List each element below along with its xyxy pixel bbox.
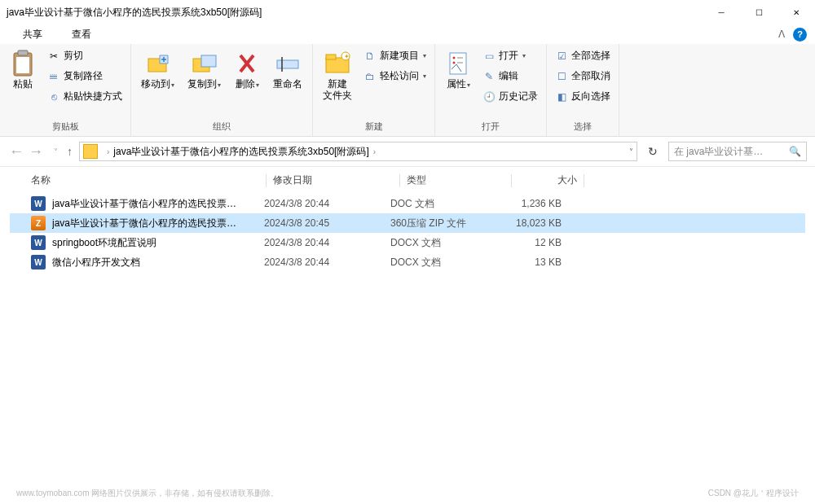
select-all-button[interactable]: ☑全部选择 xyxy=(552,47,614,64)
file-row[interactable]: Wspringboot环境配置说明2024/3/8 20:44DOCX 文档12… xyxy=(10,233,805,252)
file-name: java毕业设计基于微信小程序的选民投票… xyxy=(52,197,264,211)
up-button[interactable]: ↑ xyxy=(67,145,73,158)
tab-share[interactable]: 共享 xyxy=(8,26,57,43)
easy-access-icon: 🗀 xyxy=(363,70,377,83)
cut-button[interactable]: ✂剪切 xyxy=(44,47,126,64)
column-size[interactable]: 大小 xyxy=(557,174,577,186)
recent-dropdown[interactable]: ˅ xyxy=(47,147,64,156)
new-item-button[interactable]: 🗋新建项目▾ xyxy=(360,47,430,64)
file-date: 2024/3/8 20:45 xyxy=(264,217,390,229)
svg-text:✦: ✦ xyxy=(344,53,350,60)
file-type: DOC 文档 xyxy=(390,197,496,211)
search-input[interactable]: 在 java毕业设计基… 🔍 xyxy=(668,142,807,161)
file-size: 18,023 KB xyxy=(496,217,562,229)
select-none-icon: ☐ xyxy=(555,70,568,83)
file-row[interactable]: W微信小程序开发文档2024/3/8 20:44DOCX 文档13 KB xyxy=(10,252,805,272)
window-titlebar: java毕业设计基于微信小程序的选民投票系统3xb50[附源码] ─ ☐ ✕ xyxy=(0,0,815,24)
copy-to-icon xyxy=(192,50,218,77)
open-button[interactable]: ▭打开▾ xyxy=(479,47,541,64)
word-icon: W xyxy=(31,235,46,250)
file-size: 1,236 KB xyxy=(496,198,562,209)
new-folder-button[interactable]: ✦ 新建 文件夹 xyxy=(318,47,357,105)
search-placeholder: 在 java毕业设计基… xyxy=(674,145,763,159)
ribbon-chevron-icon[interactable]: ᐱ xyxy=(778,28,785,40)
move-to-icon xyxy=(145,50,171,77)
zip-icon: Z xyxy=(31,216,46,230)
column-name[interactable]: 名称 xyxy=(31,174,51,186)
file-date: 2024/3/8 20:44 xyxy=(264,237,390,248)
file-size: 13 KB xyxy=(496,256,562,268)
back-button[interactable]: ← xyxy=(8,143,24,160)
shortcut-icon: ⎋ xyxy=(47,90,60,103)
close-button[interactable]: ✕ xyxy=(778,0,815,24)
refresh-button[interactable]: ↻ xyxy=(644,145,662,158)
file-name: springboot环境配置说明 xyxy=(52,236,264,250)
footer-left: www.toymoban.com 网络图片仅供展示，非存储，如有侵权请联系删除。 xyxy=(16,488,279,499)
tab-view[interactable]: 查看 xyxy=(57,26,106,43)
properties-icon xyxy=(445,50,471,77)
svg-rect-12 xyxy=(450,53,466,74)
copy-to-button[interactable]: 复制到▾ xyxy=(183,47,226,93)
edit-button[interactable]: ✎编辑 xyxy=(479,68,541,85)
scissors-icon: ✂ xyxy=(47,50,60,63)
move-to-button[interactable]: 移动到▾ xyxy=(136,47,179,93)
svg-rect-9 xyxy=(326,55,336,59)
file-size: 12 KB xyxy=(496,237,562,248)
delete-button[interactable]: 删除▾ xyxy=(229,47,265,93)
paste-button[interactable]: 粘贴 xyxy=(5,47,41,93)
file-row[interactable]: Zjava毕业设计基于微信小程序的选民投票…2024/3/8 20:45360压… xyxy=(10,213,805,233)
clipboard-icon xyxy=(10,50,36,77)
chevron-right-icon[interactable]: › xyxy=(103,147,113,156)
forward-button[interactable]: → xyxy=(28,143,44,160)
column-headers: 名称 修改日期 类型 大小 xyxy=(0,167,815,191)
delete-icon xyxy=(234,50,260,77)
file-type: DOCX 文档 xyxy=(390,236,496,250)
word-icon: W xyxy=(31,255,46,270)
file-name: 微信小程序开发文档 xyxy=(52,256,264,270)
svg-point-15 xyxy=(453,62,456,64)
svg-point-13 xyxy=(453,57,456,59)
help-icon[interactable]: ? xyxy=(793,28,807,42)
column-date[interactable]: 修改日期 xyxy=(273,174,312,186)
rename-icon xyxy=(275,50,301,77)
history-button[interactable]: 🕘历史记录 xyxy=(479,88,541,105)
select-none-button[interactable]: ☐全部取消 xyxy=(552,68,614,85)
footer-right: CSDN @花儿＇程序设计 xyxy=(708,488,799,499)
invert-selection-button[interactable]: ◧反向选择 xyxy=(552,88,614,105)
file-type: 360压缩 ZIP 文件 xyxy=(390,217,496,230)
paste-shortcut-button[interactable]: ⎋粘贴快捷方式 xyxy=(44,88,126,105)
ribbon-tabs: 共享 查看 ᐱ ? xyxy=(0,24,815,44)
new-item-icon: 🗋 xyxy=(363,50,377,63)
ribbon-group-new: ✦ 新建 文件夹 🗋新建项目▾ 🗀轻松访问▾ 新建 xyxy=(313,44,435,136)
maximize-button[interactable]: ☐ xyxy=(740,0,778,24)
chevron-right-icon[interactable]: › xyxy=(369,147,380,156)
ribbon-group-clipboard: 粘贴 ✂剪切 ⩸复制路径 ⎋粘贴快捷方式 剪贴板 xyxy=(0,44,131,136)
dropdown-icon[interactable]: ˅ xyxy=(629,147,633,156)
copy-path-button[interactable]: ⩸复制路径 xyxy=(44,68,126,85)
properties-button[interactable]: 属性▾ xyxy=(440,47,476,93)
minimize-button[interactable]: ─ xyxy=(703,0,740,24)
file-type: DOCX 文档 xyxy=(390,256,496,270)
file-name: java毕业设计基于微信小程序的选民投票… xyxy=(52,217,264,230)
select-all-icon: ☑ xyxy=(555,50,568,63)
file-date: 2024/3/8 20:44 xyxy=(264,198,390,209)
easy-access-button[interactable]: 🗀轻松访问▾ xyxy=(360,68,430,85)
folder-icon xyxy=(83,144,98,159)
ribbon-group-organize: 移动到▾ 复制到▾ 删除▾ 重命名 组织 xyxy=(131,44,313,136)
file-row[interactable]: Wjava毕业设计基于微信小程序的选民投票…2024/3/8 20:44DOC … xyxy=(10,194,805,213)
history-icon: 🕘 xyxy=(482,90,496,103)
ribbon-group-select: ☑全部选择 ☐全部取消 ◧反向选择 选择 xyxy=(547,44,619,136)
column-type[interactable]: 类型 xyxy=(407,174,426,186)
breadcrumb[interactable]: › java毕业设计基于微信小程序的选民投票系统3xb50[附源码] › ˅ xyxy=(79,142,637,161)
rename-button[interactable]: 重命名 xyxy=(268,47,307,93)
ribbon-group-open: 属性▾ ▭打开▾ ✎编辑 🕘历史记录 打开 xyxy=(435,44,547,136)
edit-icon: ✎ xyxy=(482,70,496,83)
svg-rect-1 xyxy=(18,50,28,55)
address-bar: ← → ˅ ↑ › java毕业设计基于微信小程序的选民投票系统3xb50[附源… xyxy=(0,137,815,167)
breadcrumb-segment[interactable]: java毕业设计基于微信小程序的选民投票系统3xb50[附源码] xyxy=(113,145,368,159)
file-list: Wjava毕业设计基于微信小程序的选民投票…2024/3/8 20:44DOC … xyxy=(0,191,815,272)
word-icon: W xyxy=(31,196,46,211)
svg-rect-6 xyxy=(277,60,298,68)
new-folder-icon: ✦ xyxy=(324,50,350,77)
open-icon: ▭ xyxy=(482,50,496,63)
